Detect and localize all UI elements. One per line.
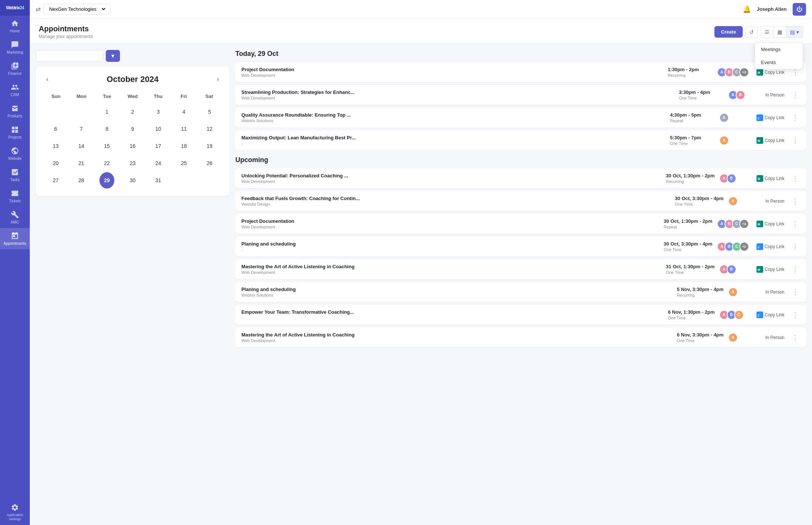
cal-day-4[interactable]: 4 xyxy=(177,104,191,120)
event-action: MCopy Link ⋮ xyxy=(754,265,800,274)
cal-day-5[interactable]: 5 xyxy=(202,104,217,120)
weekday-wed: Wed xyxy=(120,92,146,101)
transfer-icon[interactable]: ⇄ xyxy=(36,6,41,13)
cal-day-31[interactable]: 31 xyxy=(151,172,166,189)
cal-day-19[interactable]: 19 xyxy=(202,138,217,154)
more-options-button[interactable]: ⋮ xyxy=(790,174,800,183)
more-options-button[interactable]: ⋮ xyxy=(790,288,800,296)
prev-month-button[interactable]: ‹ xyxy=(43,74,51,85)
cal-day-6[interactable]: 6 xyxy=(48,121,63,137)
cal-day-9[interactable]: 9 xyxy=(125,121,140,137)
cal-day-28[interactable]: 28 xyxy=(74,172,89,189)
cal-day-13[interactable]: 13 xyxy=(48,138,63,154)
event-category: Website Design xyxy=(241,202,670,206)
cal-day-8[interactable]: 8 xyxy=(99,121,114,137)
cal-day-3[interactable]: 3 xyxy=(151,104,166,120)
event-name: Quality Assurance Roundtable: Ensuring T… xyxy=(241,112,368,118)
event-time: 6 Nov, 1:30pm - 2pm xyxy=(668,309,714,315)
cal-day-1[interactable]: 1 xyxy=(99,104,114,120)
more-options-button[interactable]: ⋮ xyxy=(790,114,800,122)
meetings-option[interactable]: Meetings xyxy=(755,43,803,56)
cal-day-11[interactable]: 11 xyxy=(177,121,191,137)
cal-day-16[interactable]: 16 xyxy=(125,138,140,154)
tickets-icon xyxy=(11,189,19,197)
avatar-extra: +2 xyxy=(739,242,749,252)
cal-day-2[interactable]: 2 xyxy=(125,104,140,120)
cal-day-14[interactable]: 14 xyxy=(74,138,89,154)
sidebar-item-projects[interactable]: Projects xyxy=(0,122,30,143)
more-options-button[interactable]: ⋮ xyxy=(790,243,800,251)
more-options-button[interactable]: ⋮ xyxy=(790,311,800,319)
event-info: Quality Assurance Roundtable: Ensuring T… xyxy=(241,112,666,123)
power-button[interactable]: ⏻ xyxy=(793,3,806,16)
cal-day-18[interactable]: 18 xyxy=(177,138,191,154)
svg-text:M: M xyxy=(758,71,760,74)
event-time: 5 Nov, 3:30pm - 4pm xyxy=(677,287,723,292)
topbar-right: 🔔 Joseph Allen ⏻ xyxy=(743,3,806,16)
list-view-button[interactable]: ☰ xyxy=(761,26,774,38)
more-options-button[interactable]: ⋮ xyxy=(790,333,800,342)
sidebar-item-crm[interactable]: CRM xyxy=(0,79,30,101)
copy-link-badge[interactable]: MCopy Link xyxy=(754,219,787,229)
search-input[interactable] xyxy=(36,50,103,62)
copy-link-badge[interactable]: ZCopy Link xyxy=(754,113,787,123)
cal-day-7[interactable]: 7 xyxy=(74,121,89,137)
sidebar-item-products[interactable]: Products xyxy=(0,101,30,122)
tasks-icon xyxy=(11,168,19,176)
page-subtitle: Manage your appointments xyxy=(39,34,93,39)
sidebar-item-finance[interactable]: Finance xyxy=(0,58,30,79)
more-options-button[interactable]: ⋮ xyxy=(790,136,800,145)
cal-day-27[interactable]: 27 xyxy=(48,172,63,189)
google-meet-icon: M xyxy=(757,175,763,182)
notification-icon[interactable]: 🔔 xyxy=(743,5,751,13)
sidebar-item-marketing[interactable]: Marketing xyxy=(0,37,30,58)
copy-link-badge[interactable]: MCopy Link xyxy=(754,174,787,183)
company-dropdown[interactable]: NexGen Technologies xyxy=(48,6,107,12)
cal-day-20[interactable]: 20 xyxy=(48,155,63,171)
cal-day-17[interactable]: 17 xyxy=(151,138,166,154)
cal-day-23[interactable]: 23 xyxy=(125,155,140,171)
copy-link-badge[interactable]: MCopy Link xyxy=(754,136,787,145)
copy-link-badge[interactable]: ZCopy Link xyxy=(754,310,787,320)
more-options-button[interactable]: ⋮ xyxy=(790,265,800,273)
copy-link-badge[interactable]: MCopy Link xyxy=(754,265,787,274)
next-month-button[interactable]: › xyxy=(214,74,222,85)
cal-day-12[interactable]: 12 xyxy=(202,121,217,137)
more-options-button[interactable]: ⋮ xyxy=(790,220,800,228)
zoom-icon: Z xyxy=(757,114,763,121)
refresh-button[interactable]: ↺ xyxy=(746,26,758,38)
company-selector[interactable]: NexGen Technologies xyxy=(44,4,111,15)
cal-day-25[interactable]: 25 xyxy=(177,155,191,171)
more-options-button[interactable]: ⋮ xyxy=(790,91,800,99)
cal-day-10[interactable]: 10 xyxy=(151,121,166,137)
cal-day-29[interactable]: 29 xyxy=(99,172,114,189)
events-option[interactable]: Events xyxy=(755,56,803,69)
cal-day-22[interactable]: 22 xyxy=(99,155,114,171)
google-meet-icon: M xyxy=(757,266,763,273)
copy-link-badge[interactable]: ZCopy Link xyxy=(754,242,787,252)
sidebar-item-amc[interactable]: AMC xyxy=(0,207,30,228)
event-info: Streamlining Production: Strategies for … xyxy=(241,89,675,100)
cal-day-21[interactable]: 21 xyxy=(74,155,89,171)
sidebar-item-website[interactable]: Website xyxy=(0,143,30,164)
sidebar-item-tickets[interactable]: Tickets xyxy=(0,186,30,207)
more-options-button[interactable]: ⋮ xyxy=(790,68,800,76)
sidebar-item-tasks[interactable]: Tasks xyxy=(0,164,30,186)
table-view-button[interactable]: ▤ ▾ xyxy=(786,26,803,38)
event-card: Project Documentation Web Development 30… xyxy=(235,214,806,234)
cal-day-26[interactable]: 26 xyxy=(202,155,217,171)
avatar: B xyxy=(727,265,736,274)
sidebar-item-settings[interactable]: Application Settings xyxy=(0,500,30,525)
sidebar-item-appointments[interactable]: Appointments xyxy=(0,228,30,249)
sidebar-item-home[interactable]: Home xyxy=(0,16,30,37)
event-time-block: 6 Nov, 3:30pm - 4pm One Time xyxy=(677,332,723,343)
cal-day-24[interactable]: 24 xyxy=(151,155,166,171)
filter-button[interactable]: ▼ xyxy=(106,50,120,62)
create-button[interactable]: Create xyxy=(714,26,743,38)
event-recurrence: One Time xyxy=(670,141,715,146)
cal-day-30[interactable]: 30 xyxy=(125,172,140,189)
more-options-button[interactable]: ⋮ xyxy=(790,197,800,205)
avatar: A xyxy=(719,113,729,123)
cal-day-15[interactable]: 15 xyxy=(99,138,114,154)
calendar-view-button[interactable]: ▦ xyxy=(774,26,786,38)
